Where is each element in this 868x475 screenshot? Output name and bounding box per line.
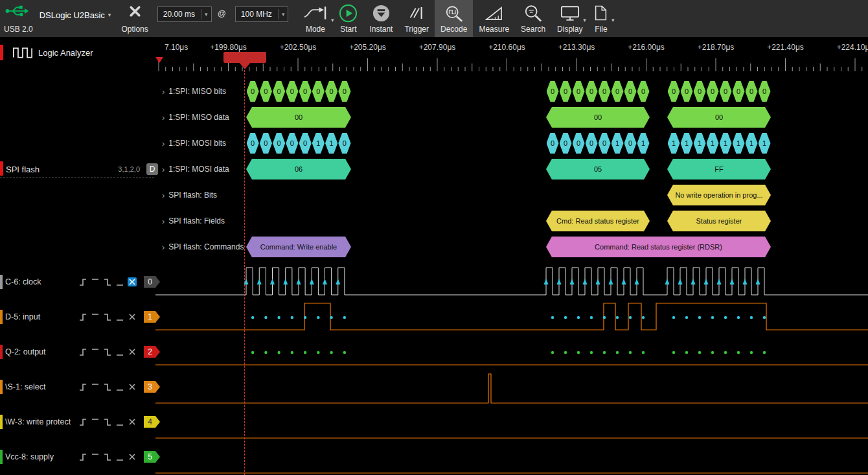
trigger-edge-icon[interactable] xyxy=(128,452,137,461)
decode-bubble[interactable]: 0 xyxy=(560,133,572,154)
toolbar-button-file[interactable]: ▾File xyxy=(588,0,613,37)
channel-row-1[interactable]: D-5: input1 xyxy=(0,308,155,326)
decode-bubble[interactable]: 1 xyxy=(733,133,745,154)
decode-bubble[interactable]: 0 xyxy=(560,81,572,102)
trigger-edge-icon[interactable] xyxy=(103,347,112,356)
decode-bubble[interactable]: 0 xyxy=(668,81,680,102)
decode-row-label[interactable]: ›1:SPI: MISO bits xyxy=(162,78,226,104)
decode-bubble[interactable]: 0 xyxy=(586,81,598,102)
trigger-edge-icon[interactable] xyxy=(115,382,124,391)
toolbar-button-mode[interactable]: ▾Mode xyxy=(297,0,333,37)
decode-bubble[interactable]: 0 xyxy=(759,81,771,102)
trigger-edge-icon[interactable] xyxy=(115,417,124,426)
trigger-edge-icon[interactable] xyxy=(91,417,100,426)
decode-bubble[interactable]: 0 xyxy=(733,81,745,102)
decoder-row-spi-flash[interactable]: SPI flash 3,1,2,0 D xyxy=(0,160,154,178)
trigger-edge-icon[interactable] xyxy=(91,382,100,391)
decode-row-label[interactable]: ›SPI flash: Bits xyxy=(162,182,217,208)
trigger-edge-icon[interactable] xyxy=(103,382,112,391)
trigger-flag[interactable] xyxy=(223,52,266,63)
trigger-edge-icon[interactable] xyxy=(78,312,87,321)
trigger-edge-icon[interactable] xyxy=(128,382,137,391)
trigger-edge-icon[interactable] xyxy=(78,347,87,356)
toolbar-button-start[interactable]: Start xyxy=(333,0,363,37)
trigger-edge-icon[interactable] xyxy=(78,417,87,426)
decode-bubble[interactable]: 0 xyxy=(260,81,272,102)
trigger-edge-icon[interactable] xyxy=(103,452,112,461)
trigger-edge-icon[interactable] xyxy=(115,347,124,356)
decode-bubble[interactable]: 00 xyxy=(546,107,650,128)
logic-analyzer-header[interactable]: Logic Analyzer xyxy=(0,44,155,61)
channel-row-2[interactable]: Q-2: output2 xyxy=(0,343,155,361)
decode-bubble[interactable]: 0 xyxy=(599,133,611,154)
decode-bubble[interactable]: No write operation in prog... xyxy=(667,185,771,205)
expand-chevron-icon[interactable]: › xyxy=(162,242,165,252)
decode-bubble[interactable]: Command: Read status register (RDSR) xyxy=(546,237,771,257)
decode-bubble[interactable]: 0 xyxy=(299,133,312,154)
trigger-edge-icon[interactable] xyxy=(128,347,137,356)
decode-bubble[interactable]: 0 xyxy=(338,81,350,102)
decode-bubble[interactable]: 1 xyxy=(681,133,693,154)
decode-bubble[interactable]: 0 xyxy=(720,81,732,102)
decode-bubble[interactable]: 0 xyxy=(637,81,650,102)
decode-bubble[interactable]: 0 xyxy=(707,81,719,102)
decode-bubble[interactable]: 1 xyxy=(746,133,758,154)
decode-bubble[interactable]: Status register xyxy=(667,211,771,231)
decode-row-label[interactable]: ›SPI flash: Commands xyxy=(162,234,244,260)
decoder-badge[interactable]: D xyxy=(146,163,158,175)
decode-row-label[interactable]: ›SPI flash: Fields xyxy=(162,208,225,234)
toolbar-button-decode[interactable]: Decode xyxy=(435,0,473,37)
decode-bubble[interactable]: 1 xyxy=(694,133,706,154)
duration-select[interactable]: 20.00 ms ▾ xyxy=(157,6,212,22)
trigger-edge-icon[interactable] xyxy=(103,417,112,426)
options-button[interactable]: Options xyxy=(121,0,148,37)
decode-bubble[interactable]: 0 xyxy=(681,81,693,102)
decode-row-label[interactable]: ›1:SPI: MOSI bits xyxy=(162,130,226,156)
decode-bubble[interactable]: 0 xyxy=(547,81,559,102)
decode-bubble[interactable]: 0 xyxy=(247,133,259,154)
trigger-edge-icon[interactable] xyxy=(78,277,87,286)
decode-bubble[interactable]: 0 xyxy=(573,133,585,154)
decode-bubble[interactable]: 05 xyxy=(546,159,650,180)
decode-bubble[interactable]: 0 xyxy=(586,133,598,154)
decode-bubble[interactable]: 00 xyxy=(246,107,351,128)
decode-bubble[interactable]: FF xyxy=(667,159,771,180)
decode-bubble[interactable]: 1 xyxy=(707,133,719,154)
decode-bubble[interactable]: 0 xyxy=(312,81,325,102)
decode-bubble[interactable]: 0 xyxy=(611,81,624,102)
expand-chevron-icon[interactable]: › xyxy=(162,87,165,97)
trigger-edge-icon[interactable] xyxy=(115,452,124,461)
trigger-edge-icon[interactable] xyxy=(128,277,137,286)
decode-bubble[interactable]: 06 xyxy=(246,159,351,180)
decode-bubble[interactable]: 1 xyxy=(312,133,325,154)
decode-bubble[interactable]: 1 xyxy=(720,133,732,154)
toolbar-button-display[interactable]: ▾Display xyxy=(551,0,588,37)
decode-bubble[interactable]: 0 xyxy=(247,81,259,102)
toolbar-button-measure[interactable]: Measure xyxy=(473,0,515,37)
channel-row-3[interactable]: \S-1: select3 xyxy=(0,378,155,396)
decode-bubble[interactable]: 0 xyxy=(286,81,298,102)
trigger-edge-icon[interactable] xyxy=(78,382,87,391)
decode-bubble[interactable]: 0 xyxy=(260,133,272,154)
trigger-edge-icon[interactable] xyxy=(115,277,124,286)
device-select[interactable]: DSLogic U2Basic ▾ xyxy=(40,8,111,21)
decode-bubble[interactable]: 1 xyxy=(325,133,337,154)
expand-chevron-icon[interactable]: › xyxy=(162,139,165,148)
decode-bubble[interactable]: 0 xyxy=(273,81,285,102)
trigger-edge-icon[interactable] xyxy=(103,312,112,321)
expand-chevron-icon[interactable]: › xyxy=(162,191,165,200)
trigger-edge-icon[interactable] xyxy=(103,277,112,286)
decode-row-label[interactable]: ›1:SPI: MISO data xyxy=(162,104,229,130)
decode-bubble[interactable]: 0 xyxy=(746,81,758,102)
decode-bubble[interactable]: 0 xyxy=(599,81,611,102)
toolbar-button-instant[interactable]: Instant xyxy=(363,0,398,37)
decode-bubble[interactable]: 1 xyxy=(759,133,771,154)
decode-bubble[interactable]: 0 xyxy=(338,133,350,154)
decode-bubble[interactable]: Command: Write enable xyxy=(246,237,351,257)
toolbar-button-search[interactable]: Search xyxy=(515,0,551,37)
decode-bubble[interactable]: 1 xyxy=(611,133,624,154)
decode-row-label[interactable]: ›1:SPI: MOSI data xyxy=(162,156,229,182)
trigger-edge-icon[interactable] xyxy=(91,277,100,286)
decode-bubble[interactable]: 0 xyxy=(624,133,637,154)
decode-bubble[interactable]: 0 xyxy=(299,81,312,102)
